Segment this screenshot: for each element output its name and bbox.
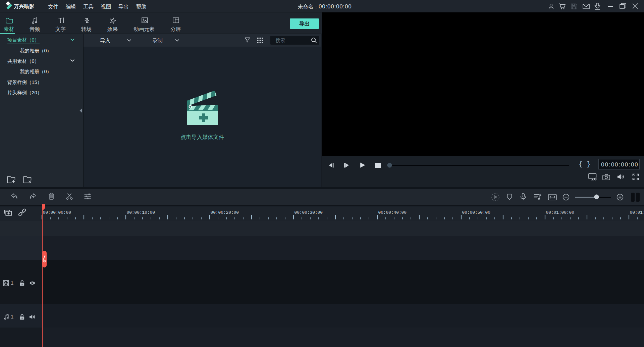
svg-text:00:00:10:00: 00:00:10:00 xyxy=(127,210,155,215)
svg-text:00:00:00:00: 00:00:00:00 xyxy=(43,210,71,215)
svg-text:00:00:20:00: 00:00:20:00 xyxy=(211,210,239,215)
svg-text:00:00:30:00: 00:00:30:00 xyxy=(294,210,323,215)
svg-text:00:01:00:00: 00:01:00:00 xyxy=(546,210,574,215)
svg-text:00:00:40:00: 00:00:40:00 xyxy=(378,210,407,215)
svg-text:00:01:10:00: 00:01:10:00 xyxy=(630,210,644,215)
svg-text:00:00:50:00: 00:00:50:00 xyxy=(462,210,490,215)
